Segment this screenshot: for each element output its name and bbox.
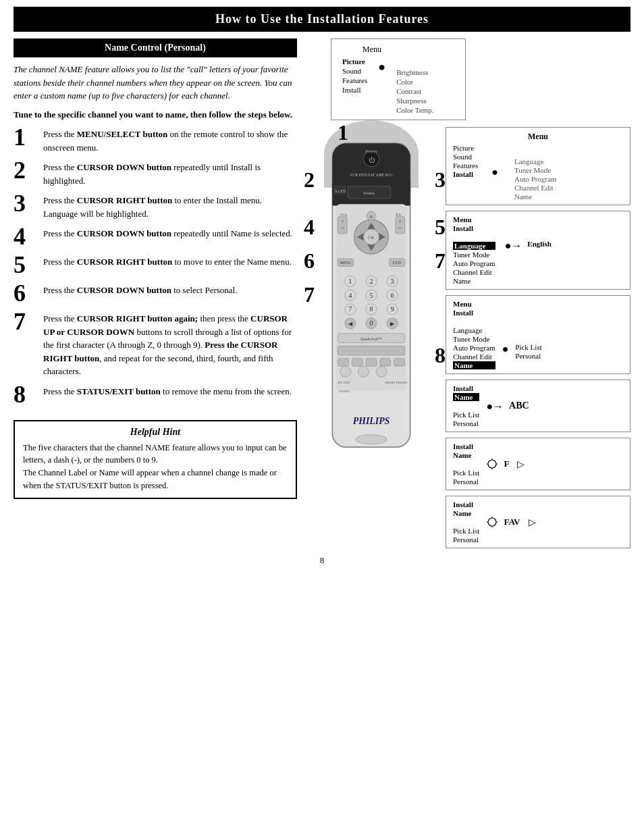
remote-control: ⏻ Power VCR DVD SAT AMP ACC Select A.LED (321, 134, 422, 465)
step-text-2: Press the CURSOR DOWN button repeatedly … (43, 161, 297, 187)
svg-text:SMART FREEZE: SMART FREEZE (385, 381, 408, 384)
svg-text:4: 4 (348, 292, 352, 299)
svg-text:OK: OK (368, 235, 375, 240)
svg-point-72 (356, 435, 387, 444)
step-text-6: Press the CURSOR DOWN button to select P… (43, 284, 237, 297)
right-column: Menu Picture Sound Features Install ● Br… (304, 32, 630, 548)
page-header: How to Use the Installation Features (14, 7, 630, 32)
svg-rect-59 (338, 346, 404, 355)
top-menu-diagram: Menu Picture Sound Features Install ● Br… (331, 38, 466, 120)
step-num-7: 7 (14, 309, 38, 334)
svg-text:◀: ◀ (348, 321, 353, 327)
svg-point-78 (488, 518, 496, 526)
step-overlay-6: 6 (304, 249, 315, 273)
svg-text:6: 6 (391, 292, 394, 299)
svg-point-66 (358, 366, 369, 377)
svg-text:−: − (398, 224, 402, 232)
menu-panel-2: Menu Install Language Tuner Mode Auto Pr… (446, 211, 630, 290)
svg-rect-62 (366, 359, 377, 367)
step-overlay-3: 3 (435, 167, 446, 192)
svg-rect-61 (352, 359, 363, 367)
step-overlay-1: 1 (338, 120, 348, 145)
svg-text:Select: Select (363, 190, 375, 195)
section-title: Name Control (Personal) (14, 38, 297, 57)
svg-text:EX: EX (396, 213, 402, 217)
svg-text:⏻: ⏻ (369, 157, 375, 163)
svg-text:5: 5 (369, 292, 373, 299)
step-overlay-2: 2 (304, 167, 315, 192)
step-overlay-5: 5 (435, 215, 446, 240)
svg-text:STATUS: STATUS (338, 390, 350, 393)
svg-rect-64 (394, 359, 404, 367)
hint-box: Helpful Hint The five characters that th… (14, 420, 297, 499)
step-3: 3 Press the CURSOR RIGHT button to enter… (14, 194, 297, 220)
svg-point-67 (376, 366, 387, 377)
menu-panels: Menu PictureSoundFeaturesInstall ● Langu… (446, 127, 630, 548)
svg-text:VOL: VOL (340, 213, 348, 217)
step-1: 1 Press the MENU/SELECT button on the re… (14, 128, 297, 154)
menu-panel-1: Menu PictureSoundFeaturesInstall ● Langu… (446, 127, 630, 205)
svg-text:VCR DVD SAT AMP ACC: VCR DVD SAT AMP ACC (350, 173, 393, 177)
step-7: 7 Press the CURSOR RIGHT button again; t… (14, 312, 297, 378)
step-5: 5 Press the CURSOR RIGHT button to move … (14, 255, 297, 277)
svg-text:−: − (340, 224, 344, 232)
svg-text:0: 0 (369, 319, 373, 327)
svg-text:3: 3 (391, 278, 394, 285)
svg-text:PIC SIZE: PIC SIZE (338, 381, 350, 384)
step-overlay-8: 8 (435, 343, 446, 368)
step-num-3: 3 (14, 191, 38, 215)
svg-rect-60 (338, 359, 348, 367)
svg-text:9: 9 (391, 305, 394, 313)
step-2: 2 Press the CURSOR DOWN button repeatedl… (14, 161, 297, 187)
hint-text: The five characters that the channel NAM… (23, 442, 288, 492)
step-num-1: 1 (14, 125, 38, 149)
svg-point-73 (488, 460, 496, 468)
step-num-4: 4 (14, 224, 38, 249)
svg-text:+: + (341, 218, 344, 224)
svg-text:1: 1 (348, 278, 352, 285)
svg-text:2: 2 (369, 278, 373, 285)
svg-text:M: M (369, 215, 373, 219)
svg-rect-63 (380, 359, 391, 367)
step-text-3: Press the CURSOR RIGHT button to enter t… (43, 194, 297, 220)
steps-list: 1 Press the MENU/SELECT button on the re… (14, 128, 297, 407)
step-text-7: Press the CURSOR RIGHT button again; the… (43, 312, 297, 378)
svg-text:8: 8 (369, 305, 373, 313)
step-overlay-7: 7 (304, 282, 315, 307)
intro-bold: Tune to the specific channel you want to… (14, 108, 297, 122)
step-overlay-7b: 7 (435, 249, 446, 273)
remote-area: 2 4 6 7 3 5 7 1 8 (304, 127, 439, 548)
step-4: 4 Press the CURSOR DOWN button repeatedl… (14, 227, 297, 249)
svg-text:▶: ▶ (390, 321, 395, 327)
svg-text:+: + (398, 218, 402, 224)
svg-point-65 (340, 366, 351, 377)
step-num-5: 5 (14, 253, 38, 277)
svg-text:Power: Power (365, 149, 377, 153)
hint-title: Helpful Hint (23, 427, 288, 438)
step-6: 6 Press the CURSOR DOWN button to select… (14, 284, 297, 305)
svg-text:QuadroSurf™: QuadroSurf™ (360, 337, 383, 341)
svg-text:A.LED: A.LED (334, 189, 346, 193)
svg-text:PHILIPS: PHILIPS (353, 416, 390, 426)
svg-text:EXIT: EXIT (393, 261, 402, 265)
svg-text:7: 7 (348, 305, 352, 313)
step-8: 8 Press the STATUS/EXIT button to remove… (14, 385, 297, 407)
step-text-8: Press the STATUS/EXIT button to remove t… (43, 385, 292, 398)
left-column: Name Control (Personal) The channel NAME… (14, 32, 297, 548)
page-number: 8 (0, 555, 644, 566)
step-num-6: 6 (14, 281, 38, 305)
step-text-5: Press the CURSOR RIGHT button to move to… (43, 255, 292, 269)
svg-text:MENU: MENU (340, 261, 352, 265)
step-text-1: Press the MENU/SELECT button on the remo… (43, 128, 297, 154)
step-overlay-4: 4 (304, 215, 315, 240)
step-num-2: 2 (14, 158, 38, 182)
menu-panel-3: Menu Install Language Tuner Mode Auto Pr… (446, 295, 630, 374)
menu-panel-6: Install Name Pick List Personal (446, 496, 630, 548)
intro-text: The channel NAME feature allows you to l… (14, 63, 297, 103)
menu-panel-4: Install Name Pick List Personal ●→ ABC (446, 380, 630, 432)
step-num-8: 8 (14, 382, 38, 407)
step-text-4: Press the CURSOR DOWN button repeatedly … (43, 227, 292, 240)
menu-panel-5: Install Name Pick List Personal (446, 438, 630, 490)
